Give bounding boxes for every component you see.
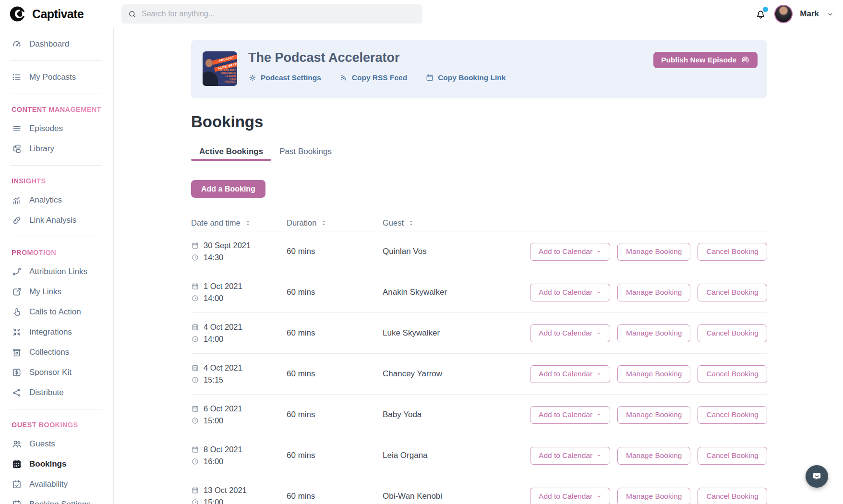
captivate-logo-icon <box>9 4 28 24</box>
notifications-button[interactable] <box>754 8 767 21</box>
sidebar-divider <box>10 94 102 94</box>
sidebar-item-guests[interactable]: Guests <box>0 434 113 454</box>
manage-booking-button[interactable]: Manage Booking <box>617 447 690 465</box>
button-label: Manage Booking <box>626 451 682 460</box>
podcast-cover-art: PODCAST ACCELERATOR HELPING BUSY PODCAST… <box>203 51 237 86</box>
booking-row-actions: Add to CalendarManage BookingCancel Book… <box>530 406 767 424</box>
booking-duration: 60 mins <box>287 492 383 501</box>
sidebar-item-calls-to-action[interactable]: Calls to Action <box>0 302 113 322</box>
caret-down-icon <box>596 412 602 418</box>
publish-new-episode-button[interactable]: Publish New Episode <box>653 52 758 68</box>
cancel-booking-button[interactable]: Cancel Booking <box>698 365 767 383</box>
podcast-settings-link[interactable]: Podcast Settings <box>248 73 321 82</box>
add-to-calendar-button[interactable]: Add to Calendar <box>530 324 610 342</box>
booking-guest: Quinlan Vos <box>383 247 530 256</box>
add-to-calendar-button[interactable]: Add to Calendar <box>530 284 610 301</box>
booking-row-actions: Add to CalendarManage BookingCancel Book… <box>530 243 767 261</box>
booking-row: 8 Oct 202116:0060 minsLeia OrganaAdd to … <box>191 435 767 476</box>
sidebar-item-label: Dashboard <box>29 39 69 49</box>
sort-icon <box>244 219 252 227</box>
sort-icon[interactable] <box>320 219 327 227</box>
cancel-booking-button[interactable]: Cancel Booking <box>698 488 767 504</box>
booking-duration: 60 mins <box>287 369 383 379</box>
add-to-calendar-button[interactable]: Add to Calendar <box>530 447 610 465</box>
manage-booking-button[interactable]: Manage Booking <box>617 284 690 301</box>
tab-past-bookings[interactable]: Past Bookings <box>271 143 340 160</box>
bookings-icon <box>12 459 22 469</box>
distribute-icon <box>12 387 22 398</box>
booking-time: 14:00 <box>204 294 223 303</box>
add-to-calendar-button[interactable]: Add to Calendar <box>530 406 610 424</box>
sidebar-item-my-podcasts[interactable]: My Podcasts <box>0 67 113 87</box>
user-avatar[interactable] <box>774 5 793 23</box>
sidebar-item-booking-settings[interactable]: Booking Settings <box>0 494 113 504</box>
sidebar-item-distribute[interactable]: Distribute <box>0 383 113 403</box>
cancel-booking-button[interactable]: Cancel Booking <box>698 447 767 465</box>
manage-booking-button[interactable]: Manage Booking <box>617 365 690 383</box>
add-to-calendar-button[interactable]: Add to Calendar <box>530 365 610 383</box>
booking-row: 4 Oct 202114:0060 minsLuke SkywalkerAdd … <box>191 313 767 354</box>
user-name[interactable]: Mark <box>800 9 819 19</box>
sidebar-item-label: Bookings <box>29 459 66 469</box>
cancel-booking-button[interactable]: Cancel Booking <box>698 324 767 342</box>
booking-date-cell: 8 Oct 202116:00 <box>191 445 287 466</box>
add-to-calendar-button[interactable]: Add to Calendar <box>530 243 610 261</box>
manage-booking-button[interactable]: Manage Booking <box>617 243 690 261</box>
button-label: Add to Calendar <box>539 451 592 460</box>
sidebar-item-library[interactable]: Library <box>0 139 113 159</box>
cancel-booking-button[interactable]: Cancel Booking <box>698 406 767 424</box>
sidebar-item-label: Guests <box>29 439 55 449</box>
booking-date: 1 Oct 2021 <box>204 282 242 291</box>
booking-duration: 60 mins <box>287 451 383 460</box>
caret-down-icon <box>596 372 602 377</box>
sidebar-item-collections[interactable]: Collections <box>0 342 113 362</box>
sidebar-item-label: Sponsor Kit <box>29 368 72 377</box>
add-a-booking-button[interactable]: Add a Booking <box>191 180 265 198</box>
booking-time: 15:15 <box>204 375 223 384</box>
sort-icon[interactable] <box>244 219 252 227</box>
column-header-guest: Guest <box>383 218 767 228</box>
sidebar-item-sponsor-kit[interactable]: Sponsor Kit <box>0 362 113 383</box>
sidebar-divider <box>10 409 102 409</box>
caret-down-icon <box>596 290 602 295</box>
button-label: Manage Booking <box>626 370 682 378</box>
caret-down-icon <box>596 494 602 499</box>
sidebar-heading-content-management: CONTENT MANAGEMENT <box>0 100 113 119</box>
booking-duration: 60 mins <box>287 410 383 420</box>
calendar-icon <box>191 445 199 454</box>
sort-icon <box>320 219 327 227</box>
sidebar-item-my-links[interactable]: My Links <box>0 282 113 302</box>
copy-rss-feed-link[interactable]: Copy RSS Feed <box>339 73 407 82</box>
chat-widget-button[interactable] <box>806 465 828 488</box>
search-input[interactable] <box>142 10 416 18</box>
calendar-icon <box>191 323 199 331</box>
chat-bubble-icon <box>811 471 822 482</box>
sidebar-item-integrations[interactable]: Integrations <box>0 322 113 342</box>
sidebar-item-attribution-links[interactable]: Attribution Links <box>0 262 113 282</box>
chevron-down-icon[interactable] <box>826 10 834 18</box>
sidebar-item-episodes[interactable]: Episodes <box>0 119 113 139</box>
sidebar-item-link-analysis[interactable]: Link Analysis <box>0 210 113 230</box>
tab-active-bookings[interactable]: Active Bookings <box>191 143 271 160</box>
sidebar-item-availability[interactable]: Availability <box>0 474 113 494</box>
manage-booking-button[interactable]: Manage Booking <box>617 488 690 504</box>
sidebar-divider <box>10 165 102 166</box>
cancel-booking-button[interactable]: Cancel Booking <box>698 243 767 261</box>
attribution-links-icon <box>12 266 22 277</box>
manage-booking-button[interactable]: Manage Booking <box>617 324 690 342</box>
sort-icon[interactable] <box>408 219 415 227</box>
sidebar-item-dashboard[interactable]: Dashboard <box>0 34 113 54</box>
search-bar[interactable] <box>121 4 422 24</box>
button-label: Cancel Booking <box>706 247 759 256</box>
sidebar-item-analytics[interactable]: Analytics <box>0 190 113 210</box>
button-label: Add to Calendar <box>539 288 592 297</box>
copy-booking-link-link[interactable]: Copy Booking Link <box>425 73 506 82</box>
booking-row: 4 Oct 202115:1560 minsChancey YarrowAdd … <box>191 354 767 395</box>
captivate-logo[interactable]: Captivate <box>9 4 84 24</box>
cancel-booking-button[interactable]: Cancel Booking <box>698 284 767 301</box>
my-podcasts-icon <box>12 72 22 83</box>
booking-guest: Luke Skywalker <box>383 328 530 338</box>
manage-booking-button[interactable]: Manage Booking <box>617 406 690 424</box>
sidebar-item-bookings[interactable]: Bookings <box>0 454 113 474</box>
add-to-calendar-button[interactable]: Add to Calendar <box>530 488 610 504</box>
